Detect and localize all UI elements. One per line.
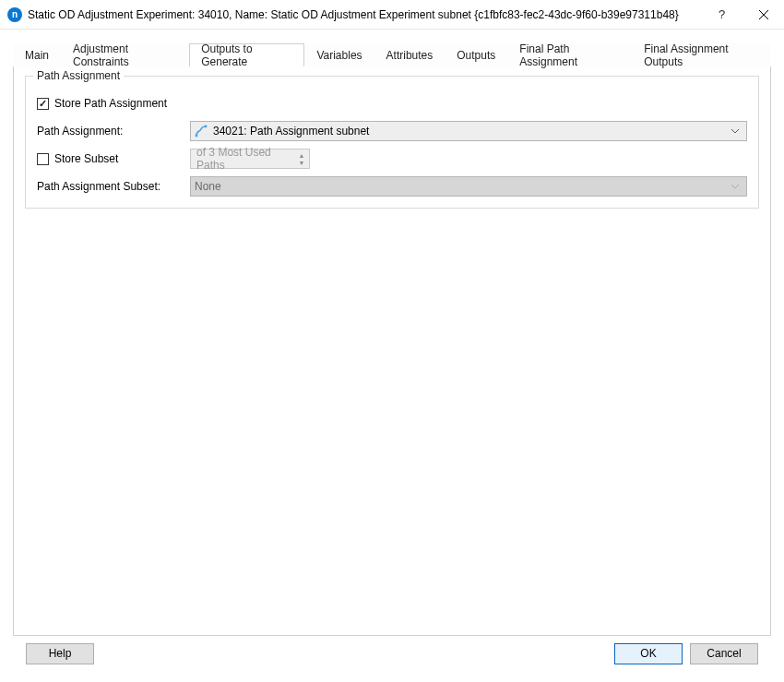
cancel-label: Cancel <box>707 647 741 660</box>
tab-final-assignment-outputs[interactable]: Final Assignment Outputs <box>632 43 771 66</box>
window-title: Static OD Adjustment Experiment: 34010, … <box>28 8 701 21</box>
close-icon <box>759 10 768 19</box>
tab-label: Attributes <box>386 49 434 62</box>
spinner-buttons: ▲ ▼ <box>296 150 307 167</box>
spinner-text: of 3 Most Used Paths <box>196 146 292 172</box>
app-icon-letter: n <box>12 9 18 19</box>
svg-point-2 <box>196 135 198 138</box>
tabstrip: Main Adjustment Constraints Outputs to G… <box>13 42 771 66</box>
tab-main[interactable]: Main <box>13 43 61 66</box>
chevron-down-icon <box>728 129 742 134</box>
footer: Help OK Cancel <box>13 636 771 675</box>
path-assignment-value: 34021: Path Assignment subnet <box>213 125 722 138</box>
titlebar: n Static OD Adjustment Experiment: 34010… <box>0 0 784 30</box>
store-path-assignment-checkbox[interactable] <box>37 98 49 110</box>
subset-combo-value: None <box>195 180 722 193</box>
subset-combo-label: Path Assignment Subset: <box>37 180 160 193</box>
store-subset-label: Store Subset <box>54 152 118 165</box>
tab-variables[interactable]: Variables <box>304 43 374 66</box>
tab-adjustment-constraints[interactable]: Adjustment Constraints <box>61 43 189 66</box>
store-path-assignment-label: Store Path Assignment <box>54 97 167 110</box>
tab-label: Main <box>25 49 49 62</box>
tab-label: Variables <box>316 49 362 62</box>
chevron-up-icon: ▲ <box>296 151 307 159</box>
store-subset-checkbox[interactable] <box>37 153 49 165</box>
tab-outputs-to-generate[interactable]: Outputs to Generate <box>189 43 304 66</box>
tab-label: Outputs <box>457 49 495 62</box>
tab-label: Adjustment Constraints <box>73 42 177 68</box>
question-icon: ? <box>719 7 725 21</box>
app-icon: n <box>7 7 22 22</box>
tab-label: Outputs to Generate <box>201 42 292 68</box>
tab-label: Final Path Assignment <box>519 42 620 68</box>
tab-attributes[interactable]: Attributes <box>374 43 445 66</box>
group-legend: Path Assignment <box>33 69 124 82</box>
help-label: Help <box>49 647 72 660</box>
help-button-footer[interactable]: Help <box>26 643 94 664</box>
svg-point-3 <box>205 126 208 128</box>
path-assignment-label: Path Assignment: <box>37 125 123 138</box>
chevron-down-icon <box>728 185 742 189</box>
tab-outputs[interactable]: Outputs <box>445 43 507 66</box>
chevron-down-icon: ▼ <box>296 159 307 166</box>
path-assignment-subset-combo: None <box>190 176 747 197</box>
tab-final-path-assignment[interactable]: Final Path Assignment <box>507 43 632 66</box>
path-assignment-group: Path Assignment Store Path Assignment Pa… <box>25 76 759 209</box>
ok-button[interactable]: OK <box>614 643 683 664</box>
help-button[interactable]: ? <box>701 1 742 29</box>
path-assignment-combo[interactable]: 34021: Path Assignment subnet <box>190 121 747 141</box>
tab-content: Path Assignment Store Path Assignment Pa… <box>13 66 771 636</box>
content-area: Main Adjustment Constraints Outputs to G… <box>0 30 784 682</box>
subset-count-spinner: of 3 Most Used Paths ▲ ▼ <box>190 149 310 169</box>
tab-label: Final Assignment Outputs <box>644 42 759 68</box>
cancel-button[interactable]: Cancel <box>690 643 758 664</box>
close-button[interactable] <box>742 1 784 29</box>
route-icon <box>195 125 208 138</box>
ok-label: OK <box>640 647 656 660</box>
